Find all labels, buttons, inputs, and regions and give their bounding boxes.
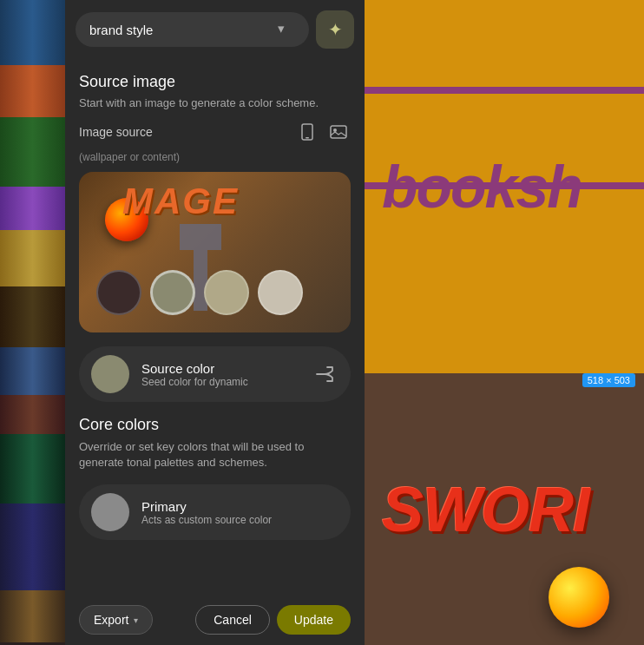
color-swatches-row: [96, 270, 303, 315]
mage-text: MAGE: [122, 181, 239, 222]
source-color-row: Source color Seed color for dynamic: [79, 346, 351, 402]
magic-wand-icon: ✦: [328, 19, 343, 40]
sword-text: SWORI: [382, 478, 589, 541]
source-color-title: Source color: [141, 361, 299, 376]
book-spine-1: [0, 0, 65, 65]
source-color-swatch[interactable]: [91, 355, 129, 393]
primary-color-swatch[interactable]: [91, 493, 129, 531]
source-image-section: Source image Start with an image to gene…: [65, 59, 365, 332]
primary-color-row: Primary Acts as custom source color: [79, 484, 351, 540]
source-image-title: Source image: [79, 73, 351, 91]
book-spine-5: [0, 230, 65, 286]
toolbar: brand style ▾ ✦: [65, 0, 365, 59]
panel-content: Source image Start with an image to gene…: [65, 59, 365, 595]
book-spine-6: [0, 286, 65, 347]
source-image-description: Start with an image to generate a color …: [79, 96, 351, 109]
swatch-dark[interactable]: [96, 270, 141, 315]
image-source-label: Image source: [79, 125, 153, 139]
core-colors-description: Override or set key colors that will be …: [79, 439, 351, 471]
book-spine-11: [0, 590, 65, 642]
right-top-image: booksh: [365, 0, 644, 373]
swatch-olive[interactable]: [150, 270, 195, 315]
right-panel: booksh 518 × 503 SWORI: [365, 0, 644, 645]
bottom-right-buttons: Cancel Update: [195, 605, 351, 635]
border-top: [365, 87, 644, 94]
source-color-description: Seed color for dynamic: [141, 376, 299, 388]
dropdown-label: brand style: [89, 23, 153, 37]
export-button[interactable]: Export ▾: [79, 605, 153, 635]
phone-icon[interactable]: [295, 120, 319, 144]
main-panel: brand style ▾ ✦ Source image Start with …: [65, 0, 365, 645]
svg-rect-1: [306, 137, 309, 139]
primary-text-block: Primary Acts as custom source color: [141, 499, 338, 526]
export-label: Export: [94, 613, 128, 627]
image-icon[interactable]: [326, 120, 351, 144]
book-spine-10: [0, 503, 65, 590]
magic-wand-button[interactable]: ✦: [316, 10, 354, 49]
core-colors-section: Core colors Override or set key colors t…: [65, 416, 365, 540]
wallpaper-hint: (wallpaper or content): [79, 151, 351, 163]
image-source-icons: [295, 120, 351, 144]
size-badge: 518 × 503: [582, 373, 635, 387]
preview-background: MAGE: [79, 172, 351, 332]
core-colors-title: Core colors: [79, 416, 351, 434]
update-button[interactable]: Update: [277, 605, 351, 635]
left-books-panel: [0, 0, 65, 645]
book-spine-7: [0, 347, 65, 395]
svg-rect-2: [331, 126, 346, 138]
book-spine-3: [0, 117, 65, 187]
right-bottom-image: SWORI: [365, 373, 644, 645]
book-spine-2: [0, 65, 65, 117]
border-bottom: [365, 182, 644, 189]
scene-ball-decoration: [549, 567, 609, 628]
image-source-row: Image source: [79, 120, 351, 144]
chevron-down-icon: ▾: [278, 21, 295, 38]
export-chevron-icon: ▾: [134, 615, 138, 625]
shuffle-icon[interactable]: [311, 360, 338, 388]
book-spine-9: [0, 434, 65, 503]
bottom-bar: Export ▾ Cancel Update: [65, 595, 365, 645]
source-color-text: Source color Seed color for dynamic: [141, 361, 299, 388]
primary-description: Acts as custom source color: [141, 514, 338, 526]
book-spine-4: [0, 187, 65, 230]
image-preview[interactable]: MAGE: [79, 172, 351, 332]
swatch-tan[interactable]: [204, 270, 249, 315]
cancel-button[interactable]: Cancel: [195, 605, 270, 635]
brand-style-dropdown[interactable]: brand style ▾: [76, 12, 309, 47]
book-spine-8: [0, 395, 65, 434]
swatch-light[interactable]: [258, 270, 303, 315]
primary-label: Primary: [141, 499, 338, 514]
